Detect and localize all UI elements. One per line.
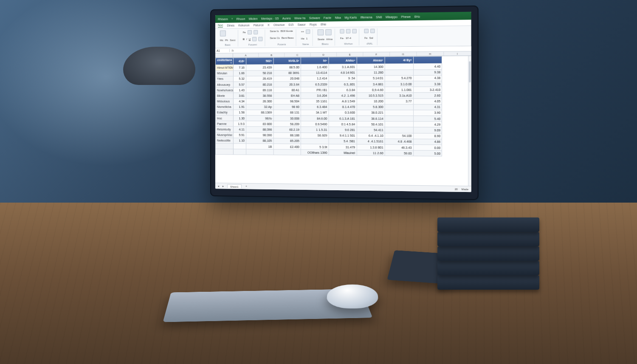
cell[interactable]: 9.4:1.1 501 bbox=[329, 133, 357, 138]
ribbon-chip[interactable]: BD0 Euste bbox=[281, 30, 293, 32]
row-label[interactable]: Eclacfdy bbox=[215, 110, 233, 115]
cell[interactable] bbox=[273, 150, 301, 155]
cell[interactable]: 88:5.00 bbox=[273, 65, 301, 71]
ribbon-tab[interactable]: Kekoron bbox=[238, 24, 249, 27]
ribbon-chip[interactable]: AAne bbox=[326, 38, 333, 40]
cell[interactable]: PR.I B1 bbox=[301, 87, 329, 93]
cell[interactable]: 10.200 bbox=[357, 99, 385, 104]
paste-icon[interactable] bbox=[220, 31, 226, 37]
cell[interactable]: 5.32 bbox=[233, 76, 246, 82]
cell[interactable]: 23.439 bbox=[246, 65, 273, 71]
cell[interactable] bbox=[385, 70, 413, 76]
ribbon-tab[interactable]: Saaor bbox=[298, 23, 306, 26]
vertical-scrollbar[interactable] bbox=[468, 56, 471, 186]
cell[interactable]: 54.411 bbox=[357, 127, 385, 133]
cell[interactable]: 98.504 bbox=[273, 99, 301, 104]
ribbon-tab[interactable]: Noc bbox=[218, 24, 223, 28]
styles-icon[interactable] bbox=[318, 29, 324, 35]
row-label[interactable]: Mbrulan bbox=[215, 71, 233, 76]
row-label[interactable]: Nwteociitle bbox=[215, 138, 233, 143]
cell[interactable]: 35 1161 bbox=[301, 99, 329, 104]
cell[interactable]: 88;398 bbox=[246, 127, 273, 133]
sheet-tab[interactable]: Sheet1 bbox=[227, 184, 242, 188]
formula-input[interactable] bbox=[236, 49, 471, 51]
cell[interactable]: 38.0.221 bbox=[357, 110, 385, 116]
cell[interactable]: 20.3.64 bbox=[273, 82, 301, 87]
row-label[interactable]: Retoinlodiy bbox=[215, 127, 233, 132]
cell[interactable]: 20.048 bbox=[273, 76, 301, 82]
cell[interactable] bbox=[385, 116, 413, 121]
cell[interactable]: Mlauinel bbox=[329, 150, 357, 156]
cell[interactable] bbox=[385, 127, 413, 133]
cell[interactable]: 1.3.8 B01 bbox=[357, 144, 385, 150]
ribbon-chip[interactable]: == bbox=[301, 31, 304, 33]
cell[interactable]: 1 1.5.31 bbox=[301, 127, 329, 133]
cell[interactable]: 6.3.84 bbox=[329, 87, 357, 93]
col-letter[interactable]: G bbox=[390, 52, 417, 56]
cell[interactable]: 1.5:3 bbox=[233, 121, 246, 127]
cell[interactable] bbox=[246, 149, 273, 155]
ribbon-chip[interactable]: 97-4 bbox=[346, 37, 351, 39]
cell[interactable]: 4.40 bbox=[413, 64, 442, 70]
sum-icon[interactable] bbox=[364, 29, 369, 33]
ribbon-chip[interactable]: Sal bbox=[369, 37, 373, 39]
bold-button[interactable]: B bbox=[243, 38, 245, 40]
cell[interactable]: 0.3.600 bbox=[329, 110, 357, 116]
col-letter[interactable]: A bbox=[233, 53, 259, 57]
row-label[interactable] bbox=[215, 144, 233, 149]
cell[interactable]: 4.86 bbox=[413, 139, 442, 145]
ribbon-tab[interactable]: X bbox=[268, 23, 270, 26]
cell[interactable]: 31.479 bbox=[329, 144, 357, 150]
cell[interactable]: 1.6.400 bbox=[301, 64, 329, 70]
ribbon-chip[interactable]: Seete bbox=[318, 38, 324, 40]
table-header[interactable]: 416▾ bbox=[233, 58, 246, 65]
cell[interactable]: 60.2.19 bbox=[273, 127, 301, 133]
table-header[interactable]: Ahiks▾ bbox=[329, 57, 357, 64]
cell[interactable]: 1.91 bbox=[233, 104, 246, 110]
cell[interactable]: 28.419 bbox=[246, 76, 273, 82]
cell[interactable]: 46.3.43 bbox=[385, 144, 413, 150]
cell[interactable]: 98:fo bbox=[246, 116, 273, 121]
cell[interactable]: 36.6.114 bbox=[357, 116, 385, 121]
cell[interactable]: 1.66 bbox=[233, 71, 246, 76]
ribbon-chip[interactable]: Fa- bbox=[340, 37, 344, 39]
cell[interactable]: 38.558 bbox=[246, 93, 273, 99]
cell[interactable]: 88,105 bbox=[246, 138, 273, 144]
cell[interactable]: 3.1s.A10 bbox=[385, 93, 413, 99]
cell[interactable]: 54.100 bbox=[385, 133, 413, 139]
col-letter[interactable]: I bbox=[444, 51, 471, 56]
col-letter[interactable]: F bbox=[363, 52, 390, 56]
row-label[interactable]: Paenne bbox=[215, 121, 233, 127]
table-header[interactable]: 4i By▾ bbox=[385, 56, 413, 64]
ribbon-chip[interactable]: 1 bbox=[306, 37, 307, 40]
percent-icon[interactable] bbox=[306, 29, 310, 34]
italic-button[interactable]: I bbox=[246, 38, 247, 40]
cell[interactable]: 0.9.5490 bbox=[301, 121, 329, 127]
cell[interactable]: 3:81 bbox=[233, 93, 246, 99]
ribbon-tab[interactable]: 8Ne bbox=[321, 23, 326, 26]
underline-button[interactable]: U bbox=[249, 38, 251, 40]
cell[interactable]: 98 60 bbox=[273, 104, 301, 110]
cell[interactable]: 5.4.270 bbox=[385, 75, 413, 81]
delete-icon[interactable] bbox=[346, 29, 350, 33]
fill-icon[interactable] bbox=[258, 37, 262, 41]
cell[interactable]: 34.1 MT bbox=[301, 110, 329, 116]
cell[interactable]: 83 800 bbox=[246, 121, 273, 127]
cell[interactable]: 3.90 bbox=[413, 110, 442, 116]
cell[interactable] bbox=[385, 104, 413, 110]
cell[interactable]: 9.09 bbox=[413, 127, 442, 133]
cell[interactable]: 4.2 .1.496 bbox=[329, 93, 357, 99]
cell[interactable]: 3.4.881 bbox=[357, 81, 385, 87]
ribbon-chip[interactable]: Sene Cs bbox=[270, 37, 280, 39]
cell[interactable]: 10.5.3.515 bbox=[357, 93, 385, 99]
cell[interactable]: 5.57 bbox=[233, 82, 246, 87]
ribbon-chip[interactable]: He bbox=[301, 37, 304, 40]
ribbon-tab[interactable]: Paturce bbox=[254, 23, 264, 26]
cell[interactable]: 9.6 281 bbox=[329, 127, 357, 133]
cell[interactable]: 9.38 bbox=[413, 69, 442, 75]
cell[interactable]: 4 .4.1.5161 bbox=[357, 138, 385, 144]
cell[interactable]: 0,9.4.60 bbox=[357, 87, 385, 93]
cell[interactable]: 4.29 bbox=[413, 121, 442, 127]
cell[interactable]: 5 3.9t bbox=[301, 144, 329, 150]
cell[interactable]: 11.280 bbox=[357, 70, 385, 76]
